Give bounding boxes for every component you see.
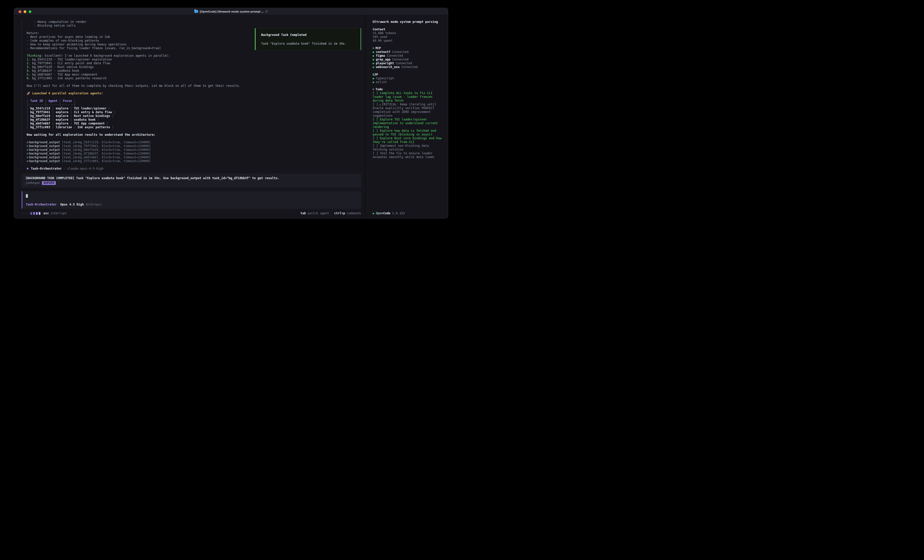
folder-icon	[194, 10, 198, 13]
close-button[interactable]	[19, 10, 21, 13]
rocket-icon: 🚀	[27, 91, 30, 95]
table-row: | bg_5547c219 | explore | TUI loader/spi…	[27, 106, 364, 111]
table-divider-row: |---------|-------|-------|	[27, 103, 364, 106]
minimize-button[interactable]	[24, 10, 26, 13]
session-title: Ultrawork mode system prompt parsing	[373, 20, 444, 24]
gear-icon: ⚙	[27, 152, 28, 155]
mcp-header[interactable]: ▼MCP	[373, 46, 444, 50]
status-dot-icon: ●	[373, 51, 374, 54]
agent-attribution: Task-Orchestrator · claude-opus-4-5-high	[26, 167, 364, 171]
record-icon	[266, 10, 268, 12]
todo-item: [ ] Test the fix to ensure loader animat…	[373, 151, 444, 159]
titlebar: [OpenCode] Ultrawork mode system prompt …	[14, 8, 448, 15]
terminal-line: - Heavy computation in render	[27, 20, 364, 24]
gear-icon: ⚙	[27, 156, 28, 159]
status-right: tab switch agent ctrl+p commands	[300, 211, 361, 215]
tool-call-line: ⚙background_output [task_id=bg_df18bb3f,…	[27, 152, 364, 156]
input-agent-row: Task-OrchestratorOpus 4.5 HighAnthropic	[26, 203, 357, 206]
table-row: | bg_f9ff3041 | explore | CLI entry & da…	[27, 111, 364, 114]
window-title-text: [OpenCode] Ultrawork mode system prompt …	[200, 10, 264, 13]
esc-key-label: interrupt	[51, 211, 67, 215]
lsp-item: ●typescript	[373, 76, 444, 80]
todo-item: [ ] Explore how data is fetched and pass…	[373, 129, 444, 136]
table-row: | bg_37f1c003 | librarian | Ink async pa…	[27, 126, 364, 129]
esc-key-hint: esc	[44, 211, 49, 215]
todo-item: [ ] Explore Rust core bindings and how t…	[373, 136, 444, 144]
status-badge: QUEUED	[42, 181, 56, 185]
brand-name: Open	[376, 211, 383, 215]
gear-icon: ⚙	[27, 144, 28, 148]
status-dot-icon: ●	[373, 212, 374, 215]
active-model-label[interactable]: Opus 4.5 High	[60, 203, 84, 206]
table-row: | bg_b0effa19 | explore | Rust native bi…	[27, 114, 364, 118]
event-meta: junhoyeoQUEUED	[26, 181, 357, 185]
provider-label: Anthropic	[86, 203, 102, 206]
event-message-box: [BACKGROUND TASK COMPLETED] Task "Explor…	[22, 174, 361, 188]
table-header-row: | Task ID | Agent | Focus |	[27, 99, 364, 103]
tool-call-line: ⚙background_output [task_id=bg_5547c219,…	[27, 141, 364, 144]
status-dot-icon: ●	[373, 58, 374, 61]
status-left: esc interrupt	[22, 211, 67, 215]
window-title: [OpenCode] Ultrawork mode system prompt …	[194, 10, 268, 13]
mcp-item: ●websearch_exaConnected	[373, 65, 444, 69]
status-dot-icon: ●	[373, 66, 374, 69]
input-line[interactable]	[26, 194, 357, 198]
agent-list-item: 2. bg_f9ff3041 - CLI entry point and dat…	[27, 61, 364, 65]
notification-body: Task "Explore useData hook" finished in …	[261, 42, 360, 46]
todo-section: ▼Todo [ ] Complete ALL tasks to fix CLI …	[373, 88, 444, 159]
blank-line	[27, 129, 364, 133]
chevron-down-icon: ▼	[373, 47, 374, 49]
agent-list-item: 3. bg_b0effa19 - Rust native bindings	[27, 65, 364, 69]
app-version-footer: ●OpenCode1.0.152	[373, 211, 405, 215]
tool-call-line: ⚙background_output [task_id=bg_eb87ebb7,…	[27, 156, 364, 159]
todo-item: [ ] Implement non-blocking data fetching…	[373, 144, 444, 151]
mcp-item: ●context7Connected	[373, 50, 444, 54]
todo-header[interactable]: ▼Todo	[373, 88, 444, 91]
status-dot-icon: ●	[373, 62, 374, 65]
mcp-item: ●figmaConnected	[373, 54, 444, 58]
context-tokens: 31,686 tokens	[373, 31, 444, 35]
notification-toast[interactable]: Background Task Completed Task "Explore …	[255, 28, 361, 50]
zoom-button[interactable]	[28, 10, 32, 13]
text-cursor	[26, 194, 28, 198]
context-used: 16% used	[373, 35, 444, 39]
agent-list-item: 6. bg_37f1c003 - Ink async patterns rese…	[27, 76, 364, 80]
spinner-icon	[22, 212, 40, 215]
terminal-line: Now waiting for all exploration results …	[27, 133, 364, 137]
lsp-item: ●eslint	[373, 80, 444, 84]
todo-item: [ ] Explore TUI loader/spinner implement…	[373, 118, 444, 129]
mcp-section: ▼MCP ●context7Connected ●figmaConnected …	[373, 46, 444, 69]
thinking-label: Thinking:	[27, 54, 43, 57]
agent-list-item: 5. bg_eb87ebb7 - TUI App main component	[27, 73, 364, 76]
gear-icon: ⚙	[27, 159, 28, 163]
context-section: Context 31,686 tokens 16% used $0.00 spe…	[373, 28, 444, 43]
mcp-item: ●grep_appConnected	[373, 58, 444, 61]
chevron-down-icon: ▼	[373, 88, 374, 91]
terminal-line: - Blocking native calls	[27, 24, 364, 28]
version-label: 1.0.152	[392, 211, 405, 215]
thinking-line: Thinking: Excellent! I've launched 6 bac…	[27, 54, 364, 58]
status-dot-icon: ●	[373, 54, 374, 57]
tool-call-line: ⚙background_output [task_id=bg_f9ff3041,…	[27, 144, 364, 148]
prompt-input[interactable]: Task-OrchestratorOpus 4.5 HighAnthropic	[22, 191, 361, 209]
status-bar: esc interrupt tab switch agent ctrl+p co…	[22, 211, 361, 215]
mcp-item: ●playwrightConnected	[373, 61, 444, 65]
context-spent: $0.00 spent	[373, 39, 444, 43]
ctrlp-key-label: commands	[346, 211, 361, 215]
app-window: [OpenCode] Ultrawork mode system prompt …	[14, 8, 448, 218]
blank-line	[27, 95, 364, 99]
active-agent-label[interactable]: Task-Orchestrator	[26, 203, 57, 206]
gear-icon: ⚙	[27, 141, 28, 144]
status-dot-icon: ●	[373, 81, 374, 84]
launch-banner: 🚀 Launched 6 parallel exploration agents…	[27, 91, 364, 95]
blank-line	[27, 88, 364, 91]
tab-key-hint: tab	[300, 211, 306, 215]
terminal-line: Now I'll wait for all of them to complet…	[27, 84, 364, 88]
agent-icon	[26, 167, 29, 170]
blank-line	[27, 50, 364, 54]
lsp-section: LSP ●typescript ●eslint	[373, 73, 444, 84]
event-text: [BACKGROUND TASK COMPLETED] Task "Explor…	[26, 177, 357, 180]
agent-list-item: 1. bg_5547c219 - TUI loader/spinner expl…	[27, 58, 364, 61]
todo-item: [ ]⚠CRITICAL: Keep iterating until Oracl…	[373, 103, 444, 118]
ctrlp-key-hint: ctrl+p	[334, 211, 345, 215]
